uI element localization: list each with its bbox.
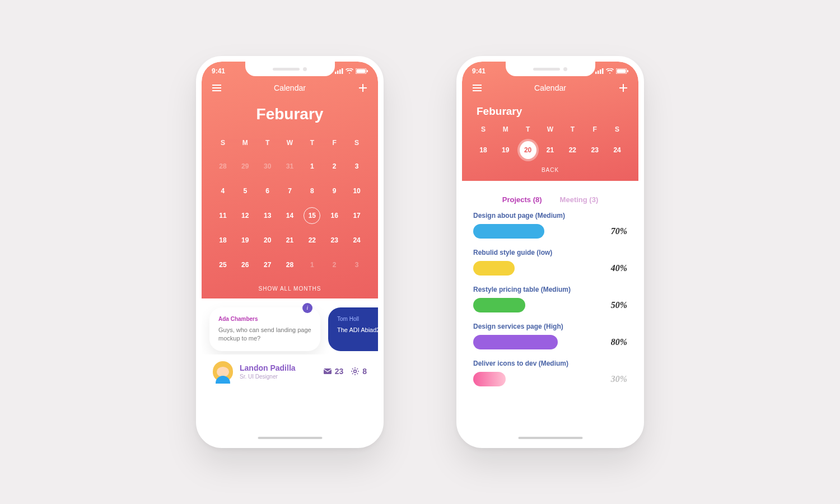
status-time: 9:41 xyxy=(212,67,225,75)
task-item[interactable]: Restyle pricing table (Medium)50% xyxy=(473,286,627,312)
date-cell[interactable]: 27 xyxy=(256,258,279,272)
chat-strip[interactable]: i Ada Chambers Guys, who can send landin… xyxy=(202,298,378,354)
week-day-cell[interactable]: 23 xyxy=(584,141,606,159)
date-cell[interactable]: 24 xyxy=(346,233,368,248)
week-day-cell[interactable]: 22 xyxy=(561,141,584,159)
status-time: 9:41 xyxy=(472,67,486,75)
task-title: Rebulid style guide (low) xyxy=(473,249,627,256)
weekday-cell: W xyxy=(279,136,301,150)
menu-icon[interactable] xyxy=(472,83,482,93)
back-button[interactable]: BACK xyxy=(472,167,628,173)
signal-icon xyxy=(335,68,343,74)
date-cell[interactable]: 29 xyxy=(234,159,256,174)
week-days-row[interactable]: 18192021222324 xyxy=(472,141,628,159)
menu-icon[interactable] xyxy=(212,83,222,93)
task-percent: 40% xyxy=(611,263,627,273)
mail-count[interactable]: 23 xyxy=(324,367,344,376)
task-list[interactable]: Design about page (Medium)70%Rebulid sty… xyxy=(462,212,638,386)
tab-projects[interactable]: Projects (8) xyxy=(502,195,542,204)
task-percent: 80% xyxy=(611,337,627,347)
profile-role: Sr. UI Designer xyxy=(240,374,317,380)
svg-rect-0 xyxy=(335,72,337,74)
week-day-cell[interactable]: 21 xyxy=(539,141,562,159)
date-cell[interactable]: 15 xyxy=(301,208,323,223)
task-item[interactable]: Rebulid style guide (low)40% xyxy=(473,249,627,276)
date-cell[interactable]: 14 xyxy=(279,208,301,223)
week-day-cell[interactable]: 19 xyxy=(494,141,517,159)
date-cell[interactable]: 2 xyxy=(323,159,346,174)
settings-count[interactable]: 8 xyxy=(351,367,367,376)
calendar-header: 9:41 Calendar Feburary SMTWTFS 282930311… xyxy=(202,62,378,298)
date-cell[interactable]: 28 xyxy=(212,159,234,174)
signal-icon xyxy=(595,68,604,74)
progress-bar xyxy=(473,298,525,312)
progress-bar xyxy=(473,224,544,239)
weekday-cell: T xyxy=(561,125,584,133)
chat-author: Ada Chambers xyxy=(218,315,311,324)
week-day-cell[interactable]: 18 xyxy=(472,141,494,159)
date-cell[interactable]: 17 xyxy=(346,208,368,223)
svg-rect-5 xyxy=(357,69,366,73)
date-cell[interactable]: 18 xyxy=(212,233,234,248)
info-icon[interactable]: i xyxy=(302,303,312,313)
date-cell[interactable]: 22 xyxy=(301,233,323,248)
svg-rect-2 xyxy=(339,69,341,74)
svg-rect-3 xyxy=(342,68,343,74)
date-cell[interactable]: 21 xyxy=(279,233,301,248)
home-indicator[interactable] xyxy=(258,437,322,439)
show-all-button[interactable]: SHOW ALL MONTHS xyxy=(212,282,368,292)
weekday-row: SMTWTFS xyxy=(472,125,628,133)
week-day-cell[interactable]: 24 xyxy=(606,141,628,159)
date-cell[interactable]: 26 xyxy=(234,258,256,272)
plus-icon[interactable] xyxy=(618,83,628,93)
tab-meeting[interactable]: Meeting (3) xyxy=(560,195,599,204)
battery-icon xyxy=(356,68,368,74)
task-percent: 50% xyxy=(611,300,627,310)
chat-text: The ADI Abiad23 xyxy=(337,326,378,333)
date-cell[interactable]: 3 xyxy=(346,159,368,174)
week-day-cell[interactable]: 20 xyxy=(517,141,539,159)
task-item[interactable]: Design services page (High)80% xyxy=(473,323,627,349)
weekday-cell: T xyxy=(301,136,323,150)
task-item[interactable]: Deliver icons to dev (Medium)30% xyxy=(473,360,627,386)
date-cell[interactable]: 5 xyxy=(234,184,256,198)
date-cell[interactable]: 23 xyxy=(323,233,346,248)
plus-icon[interactable] xyxy=(358,83,368,93)
date-cell[interactable]: 10 xyxy=(346,184,368,198)
date-cell[interactable]: 25 xyxy=(212,258,234,272)
date-cell[interactable]: 8 xyxy=(301,184,323,198)
svg-rect-7 xyxy=(324,368,332,374)
date-cell[interactable]: 11 xyxy=(212,208,234,223)
date-cell[interactable]: 13 xyxy=(256,208,279,223)
home-indicator[interactable] xyxy=(518,437,582,439)
page-title: Calendar xyxy=(534,83,566,92)
date-cell[interactable]: 30 xyxy=(256,159,279,174)
date-cell[interactable]: 31 xyxy=(279,159,301,174)
progress-bar xyxy=(473,372,506,386)
month-title: Feburary xyxy=(477,105,628,118)
date-cell[interactable]: 6 xyxy=(256,184,279,198)
date-cell[interactable]: 12 xyxy=(234,208,256,223)
phone-calendar-month: 9:41 Calendar Feburary SMTWTFS 282930311… xyxy=(196,56,384,448)
task-item[interactable]: Design about page (Medium)70% xyxy=(473,212,627,239)
date-cell[interactable]: 16 xyxy=(323,208,346,223)
date-cell[interactable]: 7 xyxy=(279,184,301,198)
profile-row[interactable]: Landon Padilla Sr. UI Designer 23 8 xyxy=(202,354,378,388)
chat-bubble[interactable]: Tom Holl The ADI Abiad23 xyxy=(328,307,378,351)
weekday-cell: S xyxy=(346,136,368,150)
date-cell[interactable]: 28 xyxy=(279,258,301,272)
svg-rect-12 xyxy=(602,68,604,74)
weekday-cell: W xyxy=(539,125,562,133)
date-cell[interactable]: 3 xyxy=(346,258,368,272)
date-cell[interactable]: 4 xyxy=(212,184,234,198)
date-cell[interactable]: 1 xyxy=(301,159,323,174)
date-cell[interactable]: 9 xyxy=(323,184,346,198)
svg-rect-10 xyxy=(598,71,599,74)
date-cell[interactable]: 2 xyxy=(323,258,346,272)
chat-bubble[interactable]: i Ada Chambers Guys, who can send landin… xyxy=(209,307,320,351)
date-cell[interactable]: 20 xyxy=(256,233,279,248)
date-cell[interactable]: 1 xyxy=(301,258,323,272)
date-cell[interactable]: 19 xyxy=(234,233,256,248)
weekday-cell: F xyxy=(323,136,346,150)
task-title: Restyle pricing table (Medium) xyxy=(473,286,627,293)
